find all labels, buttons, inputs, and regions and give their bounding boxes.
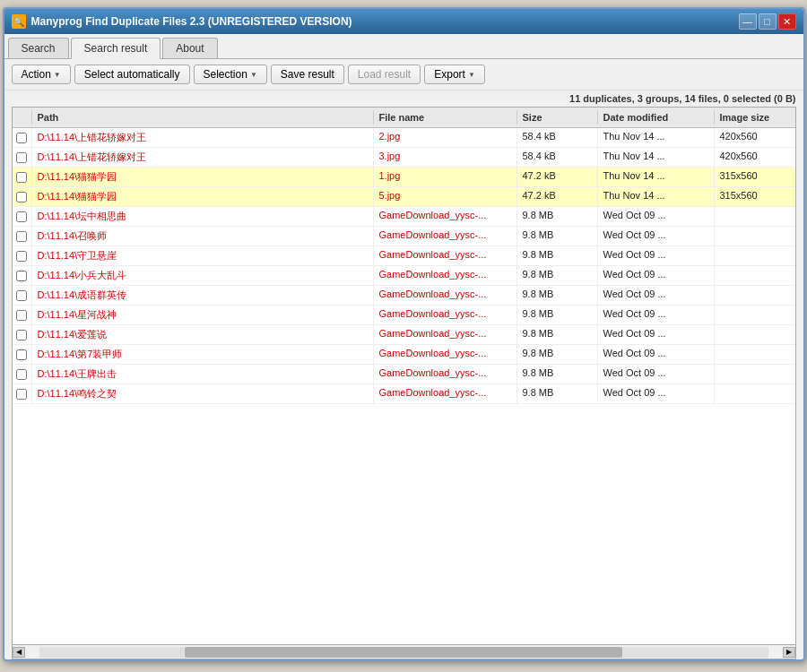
row-size: 9.8 MB: [517, 286, 598, 305]
header-date-modified[interactable]: Date modified: [598, 110, 715, 125]
row-checkbox-cell[interactable]: [13, 207, 32, 226]
row-checkbox[interactable]: [16, 231, 27, 242]
header-checkbox-col: [13, 110, 32, 125]
row-checkbox[interactable]: [16, 290, 27, 301]
scrollbar-track[interactable]: [39, 647, 768, 658]
row-checkbox[interactable]: [16, 310, 27, 321]
row-checkbox-cell[interactable]: [13, 246, 32, 265]
table-row[interactable]: D:\11.14\守卫悬崖GameDownload_yysc-...9.8 MB…: [13, 246, 795, 266]
row-path: D:\11.14\鸣铃之契: [32, 384, 374, 403]
table-row[interactable]: D:\11.14\小兵大乱斗GameDownload_yysc-...9.8 M…: [13, 266, 795, 286]
row-filename: 1.jpg: [374, 168, 517, 186]
row-checkbox[interactable]: [16, 211, 27, 222]
action-button[interactable]: Action ▼: [12, 65, 71, 84]
file-list-header: Path File name Size Date modified Image …: [13, 108, 795, 128]
header-filename[interactable]: File name: [374, 110, 517, 125]
table-row[interactable]: D:\11.14\成语群英传GameDownload_yysc-...9.8 M…: [13, 286, 795, 306]
row-checkbox[interactable]: [16, 369, 27, 380]
row-checkbox-cell[interactable]: [13, 384, 32, 403]
row-checkbox[interactable]: [16, 152, 27, 163]
row-path: D:\11.14\第7装甲师: [32, 345, 374, 364]
horizontal-scrollbar[interactable]: ◀ ▶: [12, 645, 796, 659]
table-row[interactable]: D:\11.14\坛中相思曲GameDownload_yysc-...9.8 M…: [13, 207, 795, 227]
selection-dropdown-arrow: ▼: [250, 71, 257, 79]
row-image-size: [715, 365, 795, 383]
table-row[interactable]: D:\11.14\上错花轿嫁对王2.jpg58.4 kBThu Nov 14 .…: [13, 128, 795, 148]
tab-search[interactable]: Search: [8, 38, 69, 58]
main-window: 🔍 Manyprog Find Duplicate Files 2.3 (UNR…: [3, 7, 805, 661]
row-checkbox-cell[interactable]: [13, 345, 32, 364]
tab-search-result[interactable]: Search result: [71, 38, 161, 59]
row-size: 9.8 MB: [517, 365, 598, 383]
table-row[interactable]: D:\11.14\星河战神GameDownload_yysc-...9.8 MB…: [13, 306, 795, 325]
row-filename: 2.jpg: [374, 128, 517, 147]
table-row[interactable]: D:\11.14\爱莲说GameDownload_yysc-...9.8 MBW…: [13, 325, 795, 345]
row-filename: GameDownload_yysc-...: [374, 306, 517, 324]
table-row[interactable]: D:\11.14\鸣铃之契GameDownload_yysc-...9.8 MB…: [13, 384, 795, 404]
table-row[interactable]: D:\11.14\王牌出击GameDownload_yysc-...9.8 MB…: [13, 365, 795, 384]
table-row[interactable]: D:\11.14\召唤师GameDownload_yysc-...9.8 MBW…: [13, 227, 795, 246]
title-bar-left: 🔍 Manyprog Find Duplicate Files 2.3 (UNR…: [12, 14, 352, 29]
row-checkbox[interactable]: [16, 172, 27, 183]
load-result-button[interactable]: Load result: [348, 65, 421, 84]
row-checkbox[interactable]: [16, 389, 27, 400]
table-row[interactable]: D:\11.14\猫猫学园5.jpg47.2 kBThu Nov 14 ...3…: [13, 187, 795, 207]
selection-button[interactable]: Selection ▼: [194, 65, 267, 84]
row-checkbox-cell[interactable]: [13, 325, 32, 344]
tab-about[interactable]: About: [162, 38, 217, 58]
row-date: Thu Nov 14 ...: [598, 168, 715, 186]
table-row[interactable]: D:\11.14\上错花轿嫁对王3.jpg58.4 kBThu Nov 14 .…: [13, 148, 795, 168]
scroll-right-arrow[interactable]: ▶: [783, 647, 795, 658]
header-size[interactable]: Size: [517, 110, 598, 125]
select-automatically-button[interactable]: Select automatically: [74, 65, 190, 84]
minimize-button[interactable]: —: [739, 13, 757, 30]
row-checkbox-cell[interactable]: [13, 187, 32, 206]
row-size: 9.8 MB: [517, 266, 598, 285]
tab-bar: Search Search result About: [4, 34, 803, 59]
export-button[interactable]: Export ▼: [424, 65, 485, 84]
row-checkbox-cell[interactable]: [13, 168, 32, 186]
row-path: D:\11.14\上错花轿嫁对王: [32, 128, 374, 147]
row-size: 9.8 MB: [517, 306, 598, 324]
header-path[interactable]: Path: [32, 110, 374, 125]
row-size: 9.8 MB: [517, 246, 598, 265]
table-row[interactable]: D:\11.14\猫猫学园1.jpg47.2 kBThu Nov 14 ...3…: [13, 168, 795, 187]
maximize-button[interactable]: □: [759, 13, 777, 30]
row-image-size: [715, 345, 795, 364]
row-image-size: 315x560: [715, 187, 795, 206]
row-date: Wed Oct 09 ...: [598, 345, 715, 364]
row-checkbox[interactable]: [16, 271, 27, 281]
title-controls: — □ ✕: [739, 13, 796, 30]
row-image-size: [715, 246, 795, 265]
row-date: Wed Oct 09 ...: [598, 365, 715, 383]
scroll-left-arrow[interactable]: ◀: [13, 647, 25, 658]
row-date: Wed Oct 09 ...: [598, 246, 715, 265]
row-checkbox[interactable]: [16, 133, 27, 143]
row-filename: GameDownload_yysc-...: [374, 384, 517, 403]
row-checkbox-cell[interactable]: [13, 148, 32, 167]
row-checkbox[interactable]: [16, 192, 27, 202]
row-size: 9.8 MB: [517, 325, 598, 344]
close-button[interactable]: ✕: [778, 13, 796, 30]
row-checkbox-cell[interactable]: [13, 128, 32, 147]
row-checkbox-cell[interactable]: [13, 286, 32, 305]
row-checkbox[interactable]: [16, 330, 27, 340]
row-size: 9.8 MB: [517, 345, 598, 364]
row-date: Wed Oct 09 ...: [598, 266, 715, 285]
row-date: Thu Nov 14 ...: [598, 128, 715, 147]
row-checkbox-cell[interactable]: [13, 306, 32, 324]
row-checkbox-cell[interactable]: [13, 266, 32, 285]
save-result-button[interactable]: Save result: [271, 65, 344, 84]
row-checkbox-cell[interactable]: [13, 365, 32, 383]
row-checkbox-cell[interactable]: [13, 227, 32, 246]
row-checkbox[interactable]: [16, 349, 27, 360]
row-date: Wed Oct 09 ...: [598, 384, 715, 403]
row-image-size: [715, 306, 795, 324]
scrollbar-thumb[interactable]: [185, 647, 622, 658]
header-image-size[interactable]: Image size: [715, 110, 795, 125]
row-filename: 5.jpg: [374, 187, 517, 206]
table-row[interactable]: D:\11.14\第7装甲师GameDownload_yysc-...9.8 M…: [13, 345, 795, 365]
row-checkbox[interactable]: [16, 251, 27, 262]
status-bar: 11 duplicates, 3 groups, 14 files, 0 sel…: [4, 90, 803, 107]
row-path: D:\11.14\召唤师: [32, 227, 374, 246]
